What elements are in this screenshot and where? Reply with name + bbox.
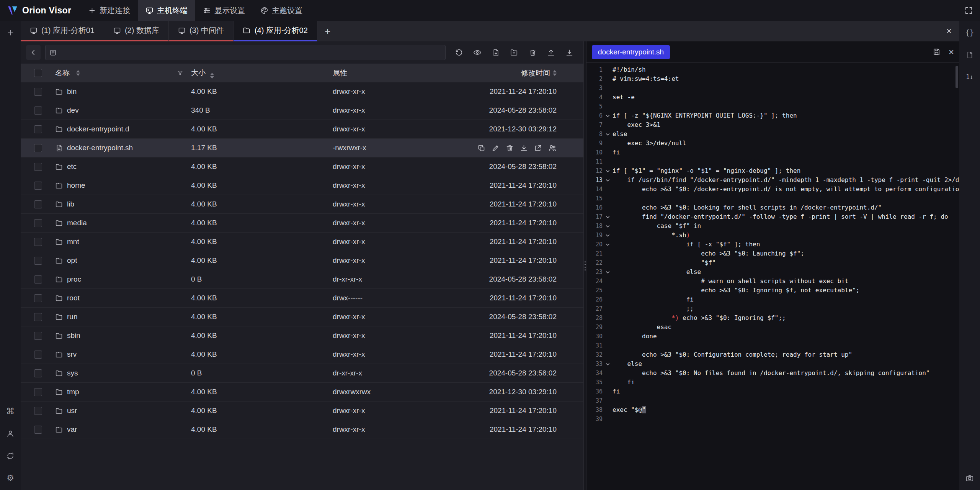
file-row[interactable]: var 4.00 KB drwxr-xr-x 2021-11-24 17:20:… <box>21 420 583 439</box>
file-row[interactable]: srv 4.00 KB drwxr-xr-x 2021-11-24 17:20:… <box>21 345 583 364</box>
reconnect-button[interactable] <box>4 449 17 462</box>
row-checkbox[interactable] <box>34 88 42 96</box>
fold-chevron-icon[interactable] <box>603 267 612 277</box>
file-name[interactable]: run <box>67 313 77 321</box>
user-info-button[interactable] <box>4 427 17 440</box>
editor-file-tab[interactable]: docker-entrypoint.sh <box>592 45 670 59</box>
column-name[interactable]: 名称 <box>55 68 70 78</box>
row-checkbox[interactable] <box>34 294 42 302</box>
file-name[interactable]: srv <box>67 350 77 359</box>
fold-chevron-icon[interactable] <box>603 175 612 185</box>
row-checkbox[interactable] <box>34 388 42 396</box>
download-icon[interactable] <box>520 144 528 152</box>
terminal-tab-3[interactable]: (3) 中间件 <box>169 21 234 41</box>
file-name[interactable]: proc <box>67 275 81 284</box>
new-folder-button[interactable] <box>508 47 520 58</box>
select-all-checkbox[interactable] <box>34 69 42 77</box>
file-row[interactable]: docker-entrypoint.d 4.00 KB drwxr-xr-x 2… <box>21 120 583 139</box>
copy-icon[interactable] <box>477 144 485 152</box>
file-row[interactable]: tmp 4.00 KB drwxrwxrwx 2021-12-30 03:29:… <box>21 383 583 402</box>
file-row[interactable]: dev 340 B drwxr-xr-x 2024-05-28 23:58:02 <box>21 101 583 120</box>
code-area[interactable]: 1#!/bin/sh2# vim:sw=4:ts=4:et34set -e56i… <box>586 63 959 490</box>
nav-item-1[interactable]: 主机终端 <box>138 0 195 21</box>
back-button[interactable] <box>26 45 41 60</box>
row-checkbox[interactable] <box>34 182 42 190</box>
row-checkbox[interactable] <box>34 125 42 133</box>
file-name[interactable]: bin <box>67 87 77 96</box>
row-checkbox[interactable] <box>34 332 42 340</box>
file-name[interactable]: opt <box>67 256 77 265</box>
row-checkbox[interactable] <box>34 407 42 415</box>
fold-chevron-icon[interactable] <box>603 129 612 139</box>
file-panel-toggle-button[interactable] <box>963 48 976 61</box>
file-name[interactable]: sys <box>67 369 78 377</box>
fold-chevron-icon[interactable] <box>603 231 612 240</box>
editor-settings-button[interactable]: {} <box>963 26 976 39</box>
preview-button[interactable] <box>472 47 483 58</box>
file-name[interactable]: etc <box>67 162 77 171</box>
row-checkbox[interactable] <box>34 144 42 152</box>
fold-chevron-icon[interactable] <box>603 359 612 369</box>
file-name[interactable]: sbin <box>67 331 80 340</box>
close-editor-icon[interactable]: × <box>949 47 954 57</box>
nav-item-0[interactable]: 新建连接 <box>80 0 138 21</box>
terminal-tab-4[interactable]: (4) 应用-分析02 <box>234 21 317 41</box>
file-name[interactable]: media <box>67 219 87 227</box>
file-name[interactable]: usr <box>67 406 77 415</box>
column-mtime[interactable]: 修改时间 <box>521 68 550 78</box>
settings-button[interactable]: ⚙ <box>4 472 17 485</box>
shortcuts-button[interactable]: ⌘ <box>4 405 17 418</box>
row-checkbox[interactable] <box>34 107 42 115</box>
row-checkbox[interactable] <box>34 238 42 246</box>
terminal-tab-1[interactable]: (1) 应用-分析01 <box>21 21 104 41</box>
file-row[interactable]: lib 4.00 KB drwxr-xr-x 2021-11-24 17:20:… <box>21 195 583 214</box>
sort-lines-button[interactable]: 1↓ <box>963 70 976 84</box>
refresh-button[interactable] <box>453 47 465 58</box>
row-checkbox[interactable] <box>34 426 42 434</box>
fold-chevron-icon[interactable] <box>603 221 612 231</box>
fullscreen-button[interactable] <box>964 6 980 15</box>
file-row[interactable]: opt 4.00 KB drwxr-xr-x 2021-11-24 17:20:… <box>21 251 583 270</box>
row-checkbox[interactable] <box>34 369 42 377</box>
delete-button[interactable] <box>527 47 538 58</box>
file-name[interactable]: var <box>67 425 77 434</box>
file-row[interactable]: docker-entrypoint.sh 1.17 KB -rwxrwxr-x <box>21 139 583 157</box>
download-button[interactable] <box>564 47 575 58</box>
close-panel-icon[interactable]: × <box>939 26 959 36</box>
editor-scrollbar[interactable] <box>956 66 958 88</box>
file-name[interactable]: docker-entrypoint.sh <box>67 144 133 152</box>
file-row[interactable]: home 4.00 KB drwxr-xr-x 2021-11-24 17:20… <box>21 176 583 195</box>
delete-icon[interactable] <box>506 144 514 152</box>
file-row[interactable]: proc 0 B dr-xr-xr-x 2024-05-28 23:58:02 <box>21 270 583 289</box>
path-input[interactable] <box>60 48 441 57</box>
nav-item-3[interactable]: 主题设置 <box>253 0 310 21</box>
file-row[interactable]: sbin 4.00 KB drwxr-xr-x 2021-11-24 17:20… <box>21 326 583 345</box>
filter-icon[interactable] <box>177 70 183 76</box>
add-tab-button[interactable]: + <box>317 21 338 41</box>
file-name[interactable]: mnt <box>67 238 79 246</box>
file-name[interactable]: lib <box>67 200 74 208</box>
file-row[interactable]: media 4.00 KB drwxr-xr-x 2021-11-24 17:2… <box>21 214 583 233</box>
file-row[interactable]: usr 4.00 KB drwxr-xr-x 2021-11-24 17:20:… <box>21 402 583 420</box>
row-checkbox[interactable] <box>34 219 42 227</box>
upload-button[interactable] <box>545 47 557 58</box>
row-checkbox[interactable] <box>34 275 42 284</box>
row-checkbox[interactable] <box>34 351 42 359</box>
file-name[interactable]: root <box>67 294 80 302</box>
file-name[interactable]: tmp <box>67 388 79 396</box>
column-size[interactable]: 大小 <box>191 69 206 77</box>
file-row[interactable]: bin 4.00 KB drwxr-xr-x 2021-11-24 17:20:… <box>21 82 583 101</box>
file-row[interactable]: sys 0 B dr-xr-xr-x 2024-05-28 23:58:02 <box>21 364 583 383</box>
file-name[interactable]: home <box>67 181 85 190</box>
sort-name-icon[interactable] <box>76 70 80 76</box>
terminal-tab-2[interactable]: (2) 数据库 <box>104 21 169 41</box>
row-checkbox[interactable] <box>34 200 42 208</box>
file-row[interactable]: root 4.00 KB drwx------ 2021-11-24 17:20… <box>21 289 583 308</box>
fold-chevron-icon[interactable] <box>603 240 612 249</box>
new-file-button[interactable] <box>490 47 501 58</box>
save-icon[interactable] <box>932 48 941 56</box>
move-icon[interactable] <box>534 144 542 152</box>
file-name[interactable]: docker-entrypoint.d <box>67 125 129 133</box>
new-connection-button[interactable] <box>4 26 17 39</box>
file-row[interactable]: mnt 4.00 KB drwxr-xr-x 2021-11-24 17:20:… <box>21 233 583 251</box>
